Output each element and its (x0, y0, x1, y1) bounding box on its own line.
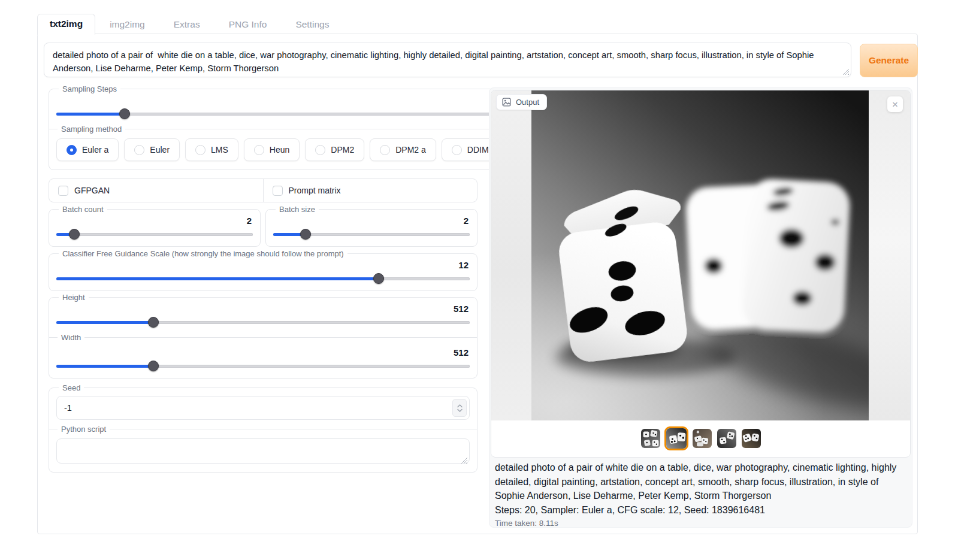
gallery-card: Output × (491, 90, 911, 458)
radio-label: DPM2 (331, 145, 354, 155)
radio-label: DDIM (467, 145, 489, 155)
preview-backdrop-right (869, 90, 910, 420)
output-label-badge: Output (496, 94, 547, 110)
cfg-label: Classifier Free Guidance Scale (how stro… (59, 249, 347, 258)
radio-icon (452, 145, 462, 155)
cfg-group: Classifier Free Guidance Scale (how stro… (49, 249, 478, 291)
sampling-method-options: Euler a Euler LMS Heun (56, 138, 563, 161)
caption-params: Steps: 20, Sampler: Euler a, CFG scale: … (495, 503, 906, 517)
radio-label: LMS (211, 145, 228, 155)
batch-count-group: Batch count 2 (49, 205, 261, 247)
main-card: detailed photo of a pair of white die on… (37, 34, 918, 534)
radio-label: Heun (270, 145, 289, 155)
prompt-matrix-label: Prompt matrix (289, 186, 341, 195)
tab-txt2img[interactable]: txt2img (37, 14, 95, 35)
checkbox-group: GFPGAN Prompt matrix (49, 178, 478, 202)
slider-handle[interactable] (373, 273, 384, 284)
python-script-input[interactable] (56, 438, 470, 464)
sampling-steps-value: 20 (56, 95, 563, 107)
width-label: Width (49, 333, 477, 342)
gallery-thumbnail-4[interactable] (716, 428, 738, 449)
seed-script-group: Seed Python script (49, 383, 478, 473)
gfpgan-checkbox-row[interactable]: GFPGAN (49, 179, 263, 202)
radio-icon (380, 145, 390, 155)
app-root: txt2img img2img Extras PNG Info Settings… (0, 0, 955, 560)
radio-icon (67, 145, 77, 155)
radio-dpm2-a[interactable]: DPM2 a (370, 138, 436, 161)
slider-handle[interactable] (119, 108, 130, 119)
caption-prompt: detailed photo of a pair of white die on… (495, 461, 906, 503)
prompt-matrix-checkbox-row[interactable]: Prompt matrix (263, 179, 478, 202)
radio-label: Euler a (82, 145, 108, 155)
slider-handle[interactable] (69, 229, 80, 240)
height-value: 512 (56, 303, 470, 315)
dimensions-group: Height 512 Width 512 (49, 293, 478, 379)
python-script-label: Python script (49, 425, 477, 434)
batch-size-value: 2 (273, 215, 470, 227)
generate-button[interactable]: Generate (860, 44, 918, 77)
prompt-area: detailed photo of a pair of white die on… (44, 43, 851, 77)
slider-handle[interactable] (300, 229, 311, 240)
batch-count-label: Batch count (59, 205, 107, 214)
output-panel: Output × detailed photo of a pair of whi… (489, 87, 912, 528)
preview-backdrop-left (491, 90, 531, 420)
slider-fill (56, 113, 125, 116)
width-slider[interactable] (56, 360, 470, 372)
gallery-thumbnails (491, 420, 910, 456)
seed-label: Seed (59, 383, 84, 392)
seed-input-wrap (56, 396, 470, 420)
width-value: 512 (56, 347, 470, 359)
gallery-thumbnail-1[interactable] (640, 428, 661, 449)
slider-fill (56, 365, 153, 368)
tab-settings[interactable]: Settings (281, 15, 343, 34)
prompt-input[interactable]: detailed photo of a pair of white die on… (44, 43, 851, 77)
tab-bar: txt2img img2img Extras PNG Info Settings (37, 13, 343, 34)
prompt-matrix-checkbox[interactable] (273, 186, 283, 196)
gallery-thumbnail-3[interactable] (691, 428, 713, 449)
sampling-steps-label: Sampling Steps (59, 84, 120, 93)
seed-stepper[interactable] (452, 399, 467, 417)
generation-info: detailed photo of a pair of white die on… (495, 461, 906, 528)
seed-input[interactable] (56, 396, 470, 420)
cfg-value: 12 (56, 259, 470, 271)
gallery-thumbnail-2[interactable] (664, 426, 688, 450)
caption-time: Time taken: 8.11s (495, 519, 906, 528)
gfpgan-checkbox[interactable] (58, 186, 68, 196)
gallery-preview (491, 90, 910, 420)
slider-track (56, 233, 253, 236)
image-icon (502, 98, 511, 107)
slider-fill (56, 277, 379, 280)
batch-count-slider[interactable] (56, 228, 253, 240)
gfpgan-label: GFPGAN (74, 186, 110, 195)
slider-handle[interactable] (148, 361, 159, 371)
slider-handle[interactable] (148, 317, 159, 328)
chevron-up-icon (457, 404, 463, 408)
batch-size-slider[interactable] (273, 228, 470, 240)
chevron-down-icon (457, 408, 463, 412)
python-script-wrap (56, 438, 470, 466)
radio-heun[interactable]: Heun (244, 138, 300, 161)
batch-size-label: Batch size (276, 205, 319, 214)
close-icon[interactable]: × (887, 96, 903, 112)
batch-count-value: 2 (56, 215, 253, 227)
radio-lms[interactable]: LMS (185, 138, 238, 161)
generated-image[interactable] (531, 90, 869, 420)
gallery-thumbnail-5[interactable] (741, 428, 762, 449)
radio-label: Euler (150, 145, 170, 155)
radio-dpm2[interactable]: DPM2 (305, 138, 364, 161)
batch-row: Batch count 2 Batch size 2 (49, 205, 478, 247)
settings-column: Sampling Steps 20 Sampling method Euler … (49, 84, 478, 473)
radio-icon (134, 145, 144, 155)
cfg-slider[interactable] (56, 273, 470, 284)
tab-png-info[interactable]: PNG Info (214, 15, 282, 34)
tab-extras[interactable]: Extras (159, 15, 214, 34)
radio-euler-a[interactable]: Euler a (56, 138, 119, 161)
height-slider[interactable] (56, 316, 470, 328)
batch-size-group: Batch size 2 (265, 205, 478, 247)
radio-euler[interactable]: Euler (124, 138, 180, 161)
radio-label: DPM2 a (395, 145, 426, 155)
radio-icon (254, 145, 264, 155)
tab-img2img[interactable]: img2img (95, 15, 159, 34)
sampling-steps-slider[interactable] (56, 108, 563, 120)
radio-icon (195, 145, 205, 155)
